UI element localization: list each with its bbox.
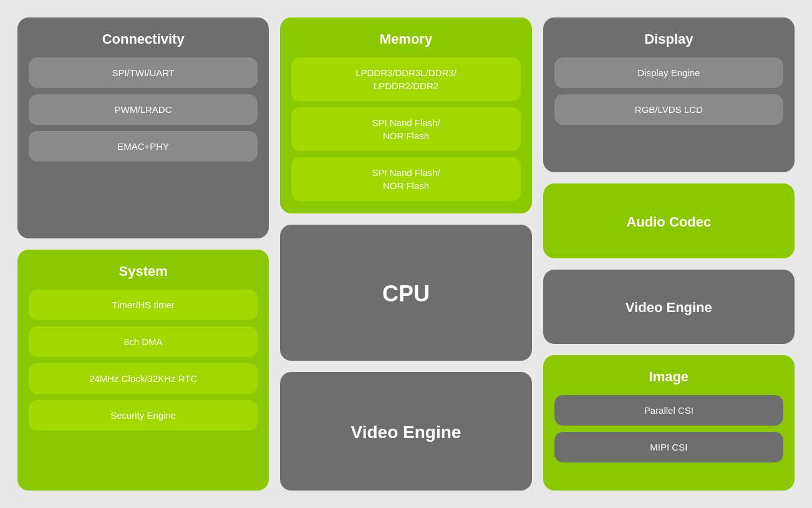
- cpu-block: CPU: [280, 225, 531, 361]
- memory-block: Memory LPDDR3/DDR3L/DDR3/LPDDR2/DDR2 SPI…: [280, 17, 531, 213]
- connectivity-item-0: SPI/TWI/UART: [29, 57, 258, 88]
- memory-item-2: SPI Nand Flash/NOR Flash: [291, 157, 520, 201]
- connectivity-item-1: PWM/LRADC: [29, 94, 258, 125]
- audio-codec-block: Audio Codec: [543, 183, 795, 258]
- memory-title: Memory: [291, 31, 520, 47]
- display-title: Display: [554, 31, 783, 47]
- memory-item-0: LPDDR3/DDR3L/DDR3/LPDDR2/DDR2: [291, 57, 520, 101]
- connectivity-block: Connectivity SPI/TWI/UART PWM/LRADC EMAC…: [17, 17, 269, 238]
- column-1: Connectivity SPI/TWI/UART PWM/LRADC EMAC…: [17, 17, 269, 491]
- image-item-0: Parallel CSI: [554, 395, 783, 426]
- memory-item-1: SPI Nand Flash/NOR Flash: [291, 107, 520, 151]
- connectivity-title: Connectivity: [29, 31, 258, 47]
- connectivity-item-2: EMAC+PHY: [29, 131, 258, 162]
- display-block: Display Display Engine RGB/LVDS LCD: [543, 17, 795, 172]
- display-item-1: RGB/LVDS LCD: [554, 94, 783, 125]
- system-item-0: Timer/HS timer: [29, 290, 258, 320]
- video-engine-center-block: Video Engine: [280, 372, 531, 491]
- image-item-1: MIPI CSI: [554, 432, 783, 462]
- column-3: Display Display Engine RGB/LVDS LCD Audi…: [543, 17, 795, 491]
- audio-codec-title: Audio Codec: [626, 214, 711, 230]
- system-title: System: [29, 263, 258, 280]
- main-layout: Connectivity SPI/TWI/UART PWM/LRADC EMAC…: [0, 0, 812, 508]
- cpu-title: CPU: [382, 281, 430, 307]
- image-block: Image Parallel CSI MIPI CSI: [543, 355, 795, 491]
- display-item-0: Display Engine: [554, 57, 783, 88]
- image-title: Image: [554, 369, 783, 385]
- system-item-2: 24MHz Clock/32KHz RTC: [29, 363, 258, 394]
- column-2: Memory LPDDR3/DDR3L/DDR3/LPDDR2/DDR2 SPI…: [280, 17, 531, 491]
- video-center-title: Video Engine: [351, 423, 462, 442]
- system-item-1: 8ch DMA: [29, 326, 258, 357]
- video-engine-right-block: Video Engine: [543, 270, 795, 344]
- video-right-title: Video Engine: [626, 300, 712, 316]
- system-item-3: Security Engine: [29, 400, 258, 431]
- system-block: System Timer/HS timer 8ch DMA 24MHz Cloc…: [17, 250, 269, 491]
